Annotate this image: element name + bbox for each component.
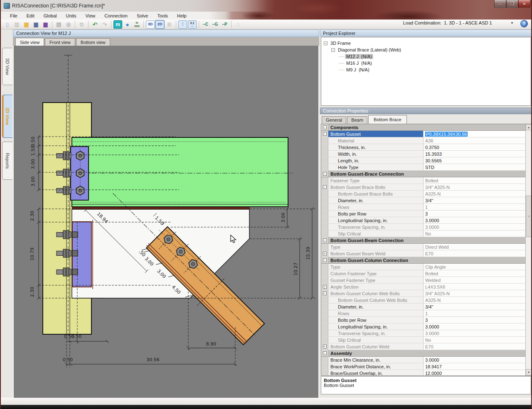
tree-item[interactable]: −3D Frame bbox=[323, 40, 529, 47]
property-value[interactable]: P0.38X15.39X30.56 bbox=[424, 131, 525, 137]
expander-icon[interactable]: − bbox=[323, 238, 327, 242]
property-value[interactable]: Bolted bbox=[424, 270, 525, 277]
expander-icon[interactable]: − bbox=[323, 172, 327, 176]
chevron-down-icon[interactable]: ▼ bbox=[509, 21, 515, 25]
property-row[interactable]: −Bottom Gusset Column Web Bolts3/4" A325… bbox=[321, 290, 525, 297]
property-value[interactable]: Direct Weld bbox=[424, 244, 525, 250]
view-2d-button[interactable]: 2D bbox=[155, 20, 164, 29]
drawing-canvas[interactable]: .503.003.004.50 0.501.503.003.002.3010.7… bbox=[13, 46, 319, 398]
property-value[interactable]: E70 bbox=[424, 343, 525, 350]
grid-scrollbar[interactable]: ▲ ≡ ▼ bbox=[525, 124, 532, 375]
tree-expander-icon[interactable]: − bbox=[331, 48, 335, 52]
property-value[interactable]: E70 bbox=[424, 250, 525, 257]
menu-file[interactable]: File bbox=[6, 12, 22, 19]
expander-icon[interactable]: − bbox=[323, 258, 327, 262]
property-value[interactable]: 1 bbox=[424, 204, 525, 210]
property-row[interactable]: Bottom Gusset Column Web BoltsA325-N bbox=[321, 297, 525, 304]
property-row[interactable]: Transverse Spacing, in.3.0000 bbox=[321, 330, 525, 337]
menu-edit[interactable]: Edit bbox=[22, 12, 39, 19]
property-value[interactable]: 12.0000 bbox=[424, 370, 525, 375]
property-value[interactable]: A36 bbox=[424, 137, 525, 144]
property-row[interactable]: Column Fastener TypeBolted bbox=[321, 270, 525, 277]
property-row[interactable]: Hole TypeSTD bbox=[321, 164, 525, 171]
tree-item[interactable]: M16 J (N/A) bbox=[323, 60, 529, 66]
save-all-button[interactable]: ▆ bbox=[41, 20, 50, 29]
menu-view[interactable]: View bbox=[81, 12, 100, 19]
property-value[interactable]: 3/4" A325-N bbox=[424, 184, 525, 190]
property-value[interactable]: 3.0000 bbox=[424, 357, 525, 363]
property-row[interactable]: Longitudinal Spacing, in.3.0000 bbox=[321, 217, 525, 224]
property-value[interactable]: Welded bbox=[424, 277, 525, 283]
dimension-tool-button[interactable]: 0.1 ↔ bbox=[188, 20, 197, 29]
scrollbar-thumb[interactable]: ≡ bbox=[526, 196, 532, 237]
expander-icon[interactable]: + bbox=[323, 285, 327, 289]
tab-front-view[interactable]: Front view bbox=[45, 38, 75, 46]
property-row[interactable]: Slip CriticalNo bbox=[321, 337, 525, 343]
property-row[interactable]: Thickness, in.0.3750 bbox=[321, 144, 525, 151]
property-value[interactable] bbox=[424, 350, 525, 356]
property-value[interactable]: 0.3750 bbox=[424, 144, 525, 150]
property-row[interactable]: Fastener TypeBolted bbox=[321, 177, 525, 184]
menu-global[interactable]: Global bbox=[39, 12, 61, 19]
property-value[interactable]: STD bbox=[424, 164, 525, 170]
sidebar-tab-2d-view[interactable]: 2D View bbox=[2, 95, 12, 138]
property-row[interactable]: Bolts per Row3 bbox=[321, 211, 525, 217]
property-row[interactable]: +Angle SectionL4X3.5X6 bbox=[321, 284, 525, 290]
undo-button[interactable]: ↶ bbox=[91, 20, 99, 29]
tab-bottom-brace[interactable]: Bottom Brace bbox=[368, 115, 407, 124]
scroll-up-icon[interactable]: ▲ bbox=[526, 124, 532, 130]
property-row[interactable]: MaterialA36 bbox=[321, 137, 525, 144]
property-row[interactable]: −Bottom GussetP0.38X15.39X30.56 bbox=[321, 131, 525, 137]
property-value[interactable]: 18.9417 bbox=[424, 363, 525, 370]
property-value[interactable]: Clip Angle bbox=[424, 264, 525, 270]
save-button[interactable]: ▆ bbox=[32, 20, 40, 29]
bolt-tool-button[interactable]: ⊺ bbox=[178, 20, 187, 29]
expander-icon[interactable]: − bbox=[323, 125, 327, 129]
property-row[interactable]: Gusset Fastener TypeWelded bbox=[321, 277, 525, 284]
tree-item[interactable]: M12 J (N/A) bbox=[323, 53, 529, 60]
units-button[interactable]: in mm bbox=[133, 20, 141, 29]
expander-icon[interactable]: + bbox=[323, 345, 327, 348]
section-row[interactable]: −Components bbox=[321, 124, 525, 131]
print-preview-button[interactable]: ◎ bbox=[64, 20, 73, 29]
section-row[interactable]: −Bottom Gusset-Brace Connection bbox=[321, 171, 525, 177]
tree-expander-icon[interactable]: − bbox=[324, 42, 328, 45]
menu-connection[interactable]: Connection bbox=[100, 12, 132, 19]
property-value[interactable]: No bbox=[424, 230, 525, 237]
property-row[interactable]: Width, in.15.3933 bbox=[321, 151, 525, 157]
property-row[interactable]: Brace Min Clearance, in.3.0000 bbox=[321, 357, 525, 363]
property-value[interactable]: 3.0000 bbox=[424, 217, 525, 223]
property-row[interactable]: Brace/Gusset Overlap, in.12.0000 bbox=[321, 370, 525, 375]
expander-icon[interactable]: − bbox=[323, 185, 327, 189]
property-value[interactable]: L4X3.5X6 bbox=[424, 284, 525, 290]
property-row[interactable]: Bottom Gusset Brace BoltsA325-N bbox=[321, 191, 525, 197]
property-value[interactable]: No bbox=[424, 337, 525, 343]
load-combination-dropdown[interactable]: Load Combination: 1. 3D - 1 - ASCE ASD 1… bbox=[403, 20, 515, 25]
property-row[interactable]: Bolts per Row3 bbox=[321, 317, 525, 323]
property-value[interactable] bbox=[424, 237, 525, 243]
help-button[interactable]: ? bbox=[520, 20, 528, 27]
property-value[interactable]: 30.5565 bbox=[424, 157, 525, 164]
grid-g-button[interactable]: ‒G bbox=[211, 20, 219, 29]
material-db-button[interactable]: m bbox=[113, 20, 122, 29]
property-row[interactable]: Slip CriticalNo bbox=[321, 230, 525, 237]
property-row[interactable]: Transverse Spacing, in.3.0000 bbox=[321, 224, 525, 230]
property-row[interactable]: Diameter, in.3/4" bbox=[321, 197, 525, 204]
property-value[interactable]: A325-N bbox=[424, 297, 525, 303]
section-row[interactable]: −Bottom Gusset-Column Connection bbox=[321, 257, 525, 264]
tab-general[interactable]: General bbox=[322, 116, 346, 124]
property-value[interactable]: Bolted bbox=[424, 177, 525, 184]
restore-button[interactable]: ❐ bbox=[506, 0, 518, 8]
scroll-down-icon[interactable]: ▼ bbox=[526, 369, 532, 375]
property-row[interactable]: −Bottom Gusset Brace Bolts3/4" A325-N bbox=[321, 184, 525, 191]
globe-button[interactable]: ● bbox=[123, 20, 132, 29]
expander-icon[interactable]: + bbox=[323, 252, 327, 255]
property-value[interactable]: 15.3933 bbox=[424, 151, 525, 157]
property-value[interactable]: 3/4" bbox=[424, 197, 525, 203]
menu-solve[interactable]: Solve bbox=[133, 12, 153, 19]
sidebar-tab-3d-view[interactable]: 3D View bbox=[2, 48, 12, 85]
property-row[interactable]: Rows1 bbox=[321, 204, 525, 211]
property-value[interactable]: 3.0000 bbox=[424, 224, 525, 230]
property-row[interactable]: Longitudinal Spacing, in.3.0000 bbox=[321, 323, 525, 330]
property-value[interactable]: 3/4" A325-N bbox=[424, 290, 525, 296]
